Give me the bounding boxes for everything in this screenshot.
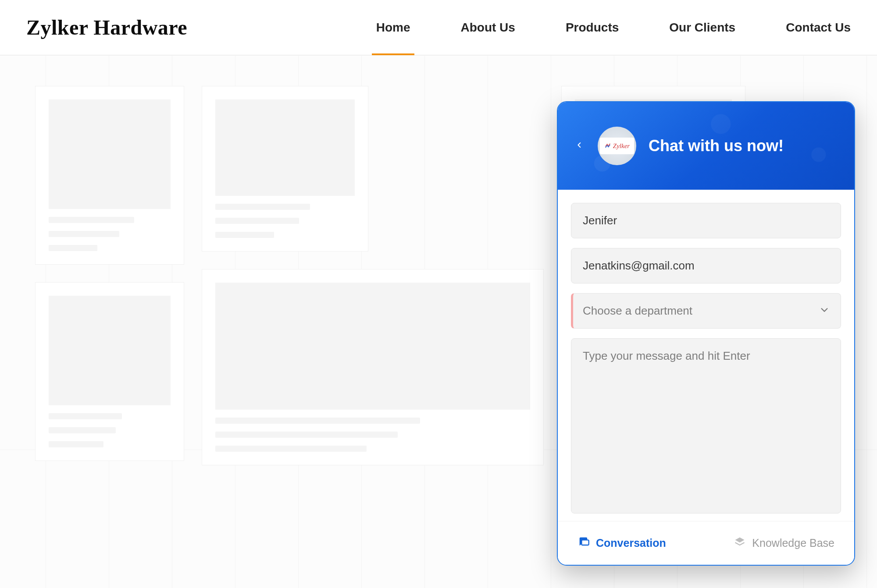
placeholder-card — [35, 282, 184, 461]
nav-home[interactable]: Home — [376, 0, 410, 56]
page-body: Zylker Chat with us now! Choose a depart… — [0, 55, 877, 588]
site-header: Zylker Hardware Home About Us Products O… — [0, 0, 877, 55]
placeholder-card — [35, 86, 184, 265]
primary-nav: Home About Us Products Our Clients Conta… — [376, 0, 855, 56]
svg-rect-0 — [581, 540, 588, 545]
message-field[interactable] — [571, 338, 841, 514]
nav-about-us[interactable]: About Us — [460, 0, 515, 56]
chevron-left-icon — [576, 139, 583, 152]
department-placeholder: Choose a department — [583, 304, 692, 318]
chat-widget: Zylker Chat with us now! Choose a depart… — [557, 101, 855, 566]
placeholder-card — [202, 269, 544, 465]
site-title: Zylker Hardware — [26, 15, 187, 39]
chevron-down-icon — [820, 304, 829, 318]
chat-logo: Zylker — [598, 127, 636, 165]
layers-icon — [734, 536, 746, 551]
placeholder-card — [202, 86, 368, 251]
chat-logo-text: Zylker — [613, 142, 630, 150]
email-field[interactable] — [571, 248, 841, 283]
tab-conversation[interactable]: Conversation — [578, 536, 666, 551]
chat-title: Chat with us now! — [649, 137, 784, 155]
department-select[interactable]: Choose a department — [571, 293, 841, 329]
chat-bubble-icon — [578, 536, 590, 551]
chat-footer: Conversation Knowledge Base — [558, 521, 854, 565]
nav-products[interactable]: Products — [566, 0, 619, 56]
nav-contact-us[interactable]: Contact Us — [786, 0, 851, 56]
tab-conversation-label: Conversation — [596, 537, 666, 549]
name-field[interactable] — [571, 203, 841, 238]
chat-header: Zylker Chat with us now! — [558, 102, 854, 190]
tab-knowledge-base[interactable]: Knowledge Base — [734, 536, 834, 551]
tab-knowledge-base-label: Knowledge Base — [752, 537, 834, 549]
back-button[interactable] — [573, 140, 585, 152]
nav-our-clients[interactable]: Our Clients — [669, 0, 735, 56]
chat-form: Choose a department — [558, 190, 854, 521]
